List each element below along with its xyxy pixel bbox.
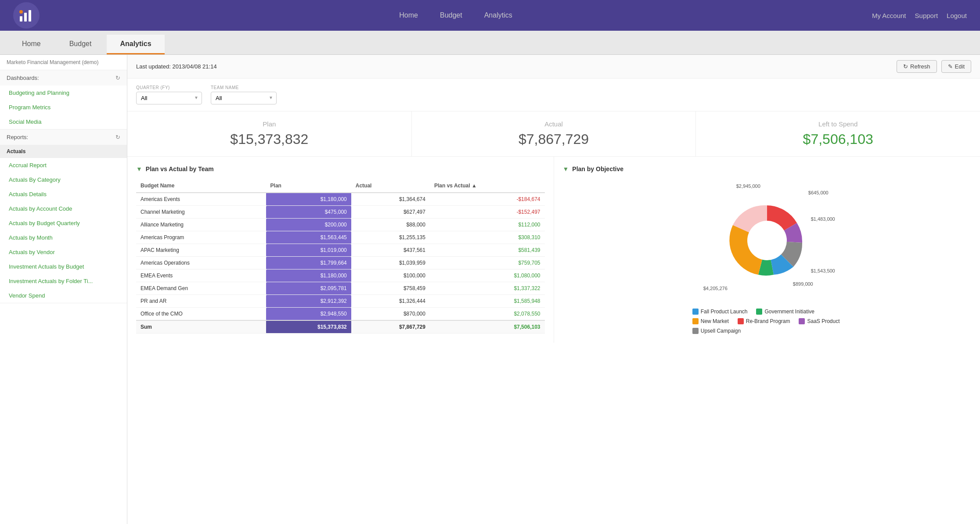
svg-rect-1 bbox=[24, 13, 27, 22]
report-accrual[interactable]: Accrual Report bbox=[0, 158, 127, 172]
dashboards-header[interactable]: Dashboards: ↻ bbox=[0, 70, 127, 86]
cell-plan: $200,000 bbox=[266, 219, 351, 231]
cell-actual: $1,326,444 bbox=[351, 295, 430, 308]
svg-rect-0 bbox=[20, 16, 22, 22]
cell-diff: -$152,497 bbox=[430, 206, 545, 219]
dashboard-item-program[interactable]: Program Metrics bbox=[0, 100, 127, 115]
cell-name: Americas Operations bbox=[136, 257, 266, 269]
report-vendor-spend[interactable]: Vendor Spend bbox=[0, 288, 127, 303]
last-updated-text: Last updated: 2013/04/08 21:14 bbox=[136, 63, 217, 70]
quarter-filter-group: QUARTER (FY) All bbox=[136, 85, 202, 104]
main-layout: Marketo Financial Management (demo) Dash… bbox=[0, 55, 980, 524]
cell-diff: $308,310 bbox=[430, 231, 545, 244]
label-saas: $645,000 bbox=[808, 190, 829, 195]
refresh-label: Refresh bbox=[910, 63, 930, 70]
report-actuals-vendor[interactable]: Actuals by Vendor bbox=[0, 245, 127, 259]
report-actuals-month[interactable]: Actuals by Month bbox=[0, 230, 127, 245]
dashboard-item-budgeting[interactable]: Budgeting and Planning bbox=[0, 86, 127, 100]
nav-budget[interactable]: Budget bbox=[436, 9, 467, 22]
legend-label-newmarket: New Market bbox=[701, 318, 729, 324]
left-to-spend-metric: Left to Spend $7,506,103 bbox=[696, 111, 980, 156]
svg-point-4 bbox=[747, 221, 787, 260]
actual-value: $7,867,729 bbox=[425, 131, 683, 147]
dashboard-item-social[interactable]: Social Media bbox=[0, 115, 127, 129]
chart-legend: Fall Product Launch Government Initiativ… bbox=[692, 309, 842, 334]
logout-link[interactable]: Logout bbox=[947, 12, 967, 19]
tab-home[interactable]: Home bbox=[9, 35, 54, 54]
actual-label: Actual bbox=[425, 120, 683, 128]
nav-home[interactable]: Home bbox=[395, 9, 422, 22]
cell-diff: $1,080,000 bbox=[430, 269, 545, 282]
report-actuals-details[interactable]: Actuals Details bbox=[0, 187, 127, 201]
cell-name: Office of the CMO bbox=[136, 308, 266, 321]
plan-value: $15,373,832 bbox=[141, 131, 398, 147]
report-actuals-account[interactable]: Actuals by Account Code bbox=[0, 201, 127, 216]
cell-name: APAC Marketing bbox=[136, 244, 266, 257]
legend-color-upsell bbox=[692, 328, 699, 334]
legend-rebrand: Re-Brand Program bbox=[738, 318, 790, 324]
legend-label-upsell: Upsell Campaign bbox=[701, 328, 741, 334]
app-title: Marketo Financial Management (demo) bbox=[0, 55, 127, 70]
table-row: PR and AR $2,912,392 $1,326,444 $1,585,9… bbox=[136, 295, 545, 308]
team-select[interactable]: All bbox=[211, 92, 277, 104]
edit-label: Edit bbox=[955, 63, 965, 70]
cell-diff: $581,439 bbox=[430, 244, 545, 257]
legend-color-rebrand bbox=[738, 318, 744, 324]
table-row: APAC Marketing $1,019,000 $437,561 $581,… bbox=[136, 244, 545, 257]
cell-plan: $1,799,664 bbox=[266, 257, 351, 269]
left-to-spend-value: $7,506,103 bbox=[709, 131, 967, 147]
quarter-label: QUARTER (FY) bbox=[136, 85, 202, 90]
cell-plan: $1,019,000 bbox=[266, 244, 351, 257]
legend-color-saas bbox=[799, 318, 805, 324]
header-actions: ↻ Refresh ✎ Edit bbox=[897, 60, 971, 73]
edit-button[interactable]: ✎ Edit bbox=[941, 60, 971, 73]
legend-upsell: Upsell Campaign bbox=[692, 328, 741, 334]
label-newmarket: $4,205,276 bbox=[703, 286, 728, 291]
actuals-group-label: Actuals bbox=[0, 145, 127, 158]
cell-plan: $2,912,392 bbox=[266, 295, 351, 308]
footer-actual: $7,867,729 bbox=[351, 320, 430, 334]
cell-actual: $1,039,959 bbox=[351, 257, 430, 269]
donut-chart-wrapper: $2,945,000 $645,000 $1,483,000 $1,543,50… bbox=[697, 179, 837, 302]
content-area: Last updated: 2013/04/08 21:14 ↻ Refresh… bbox=[127, 55, 980, 524]
report-actuals-category[interactable]: Actuals By Category bbox=[0, 172, 127, 187]
col-plan: Plan bbox=[266, 179, 351, 193]
legend-color-gov bbox=[756, 309, 762, 315]
report-actuals-budget-quarterly[interactable]: Actuals by Budget Quarterly bbox=[0, 216, 127, 230]
report-investment-folder[interactable]: Investment Actuals by Folder Ti... bbox=[0, 274, 127, 288]
legend-saas: SaaS Product bbox=[799, 318, 839, 324]
tab-budget[interactable]: Budget bbox=[56, 35, 105, 54]
reports-section: Reports: ↻ Actuals Accrual Report Actual… bbox=[0, 129, 127, 303]
col-budget-name: Budget Name bbox=[136, 179, 266, 193]
title-text: Plan vs Actual by Team bbox=[146, 165, 214, 172]
app-logo bbox=[13, 2, 40, 29]
cell-name: PR and AR bbox=[136, 295, 266, 308]
cell-actual: $758,459 bbox=[351, 282, 430, 295]
sidebar: Marketo Financial Management (demo) Dash… bbox=[0, 55, 127, 524]
legend-label-rebrand: Re-Brand Program bbox=[746, 318, 790, 324]
tab-analytics[interactable]: Analytics bbox=[107, 35, 164, 54]
legend-label-saas: SaaS Product bbox=[807, 318, 839, 324]
refresh-reports-icon: ↻ bbox=[115, 134, 120, 140]
nav-analytics[interactable]: Analytics bbox=[480, 9, 517, 22]
label-rebrand: $2,945,000 bbox=[736, 183, 760, 189]
nav-tabs-bar: Home Budget Analytics bbox=[0, 31, 980, 55]
col-plan-vs-actual[interactable]: Plan vs Actual ▲ bbox=[430, 179, 545, 193]
title-text-2: Plan by Objective bbox=[572, 165, 623, 172]
reports-label: Reports: bbox=[7, 134, 28, 140]
table-row: Office of the CMO $2,948,550 $870,000 $2… bbox=[136, 308, 545, 321]
top-bar-actions: My Account Support Logout bbox=[872, 12, 967, 19]
cell-actual: $100,000 bbox=[351, 269, 430, 282]
refresh-icon: ↻ bbox=[903, 63, 908, 70]
reports-header[interactable]: Reports: ↻ bbox=[0, 129, 127, 145]
quarter-select[interactable]: All bbox=[136, 92, 202, 104]
legend-label-fall: Fall Product Launch bbox=[701, 309, 748, 315]
support-link[interactable]: Support bbox=[915, 12, 938, 19]
edit-icon: ✎ bbox=[948, 63, 953, 70]
cell-diff: $759,705 bbox=[430, 257, 545, 269]
my-account-link[interactable]: My Account bbox=[872, 12, 906, 19]
refresh-button[interactable]: ↻ Refresh bbox=[897, 60, 937, 73]
report-investment-budget[interactable]: Investment Actuals by Budget bbox=[0, 259, 127, 274]
metrics-row: Plan $15,373,832 Actual $7,867,729 Left … bbox=[127, 111, 980, 157]
plan-metric: Plan $15,373,832 bbox=[127, 111, 412, 156]
